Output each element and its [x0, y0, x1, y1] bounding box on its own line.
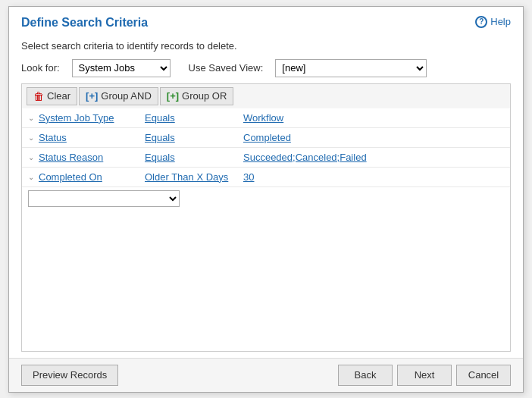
group-or-label: Group OR: [182, 90, 227, 102]
criteria-field-1[interactable]: Status: [39, 132, 145, 143]
clear-icon: 🗑: [33, 90, 44, 102]
group-and-button[interactable]: [+] Group AND: [79, 87, 158, 105]
criteria-value-0[interactable]: Workflow: [243, 112, 283, 124]
add-criteria-row: [22, 187, 510, 210]
criteria-value-2[interactable]: Succeeded;Canceled;Failed: [243, 152, 367, 163]
preview-records-button[interactable]: Preview Records: [21, 365, 118, 386]
group-or-icon: [+]: [167, 90, 179, 102]
chevron-icon-3[interactable]: ⌄: [28, 173, 34, 181]
criteria-operator-3[interactable]: Older Than X Days: [145, 171, 243, 183]
cancel-button[interactable]: Cancel: [456, 365, 511, 386]
chevron-icon-2[interactable]: ⌄: [28, 153, 34, 161]
add-field-select[interactable]: [28, 190, 180, 207]
criteria-toolbar: 🗑 Clear [+] Group AND [+] Group OR: [21, 83, 511, 108]
define-search-criteria-dialog: Define Search Criteria ? Help Select sea…: [8, 6, 524, 393]
next-button[interactable]: Next: [397, 365, 452, 386]
table-row: ⌄ Status Equals Completed: [22, 128, 510, 148]
group-and-label: Group AND: [101, 90, 151, 102]
table-row: ⌄ Status Reason Equals Succeeded;Cancele…: [22, 148, 510, 168]
criteria-operator-1[interactable]: Equals: [145, 132, 243, 143]
help-icon: ?: [475, 16, 487, 28]
dialog-subtitle: Select search criteria to identify recor…: [9, 34, 523, 59]
clear-label: Clear: [47, 90, 70, 102]
look-for-label: Look for:: [21, 62, 60, 74]
chevron-icon-1[interactable]: ⌄: [28, 133, 34, 142]
look-for-select[interactable]: System Jobs: [72, 59, 171, 77]
group-or-button[interactable]: [+] Group OR: [160, 87, 234, 105]
criteria-field-0[interactable]: System Job Type: [39, 112, 145, 124]
look-for-row: Look for: System Jobs Use Saved View: [n…: [21, 59, 511, 77]
dialog-footer: Preview Records Back Next Cancel: [9, 358, 523, 392]
footer-right-buttons: Back Next Cancel: [338, 365, 511, 386]
criteria-operator-2[interactable]: Equals: [145, 152, 243, 163]
help-label: Help: [490, 16, 511, 27]
table-row: ⌄ System Job Type Equals Workflow: [22, 108, 510, 128]
table-row: ⌄ Completed On Older Than X Days 30: [22, 168, 510, 187]
help-link[interactable]: ? Help: [475, 16, 511, 28]
main-content: Look for: System Jobs Use Saved View: [n…: [9, 59, 523, 358]
clear-button[interactable]: 🗑 Clear: [27, 87, 77, 105]
saved-view-select[interactable]: [new]: [275, 59, 427, 77]
criteria-value-1[interactable]: Completed: [243, 132, 291, 143]
group-and-icon: [+]: [86, 90, 98, 102]
dialog-title: Define Search Criteria: [21, 16, 148, 30]
dialog-header: Define Search Criteria ? Help: [9, 7, 523, 34]
criteria-operator-0[interactable]: Equals: [145, 112, 243, 124]
criteria-value-3[interactable]: 30: [243, 171, 254, 183]
chevron-icon-0[interactable]: ⌄: [28, 114, 34, 122]
criteria-table: ⌄ System Job Type Equals Workflow ⌄ Stat…: [21, 108, 511, 352]
criteria-area: 🗑 Clear [+] Group AND [+] Group OR ⌄ Sys…: [21, 83, 511, 352]
criteria-field-3[interactable]: Completed On: [39, 171, 145, 183]
back-button[interactable]: Back: [338, 365, 393, 386]
criteria-field-2[interactable]: Status Reason: [39, 152, 145, 163]
saved-view-label: Use Saved View:: [189, 62, 264, 74]
